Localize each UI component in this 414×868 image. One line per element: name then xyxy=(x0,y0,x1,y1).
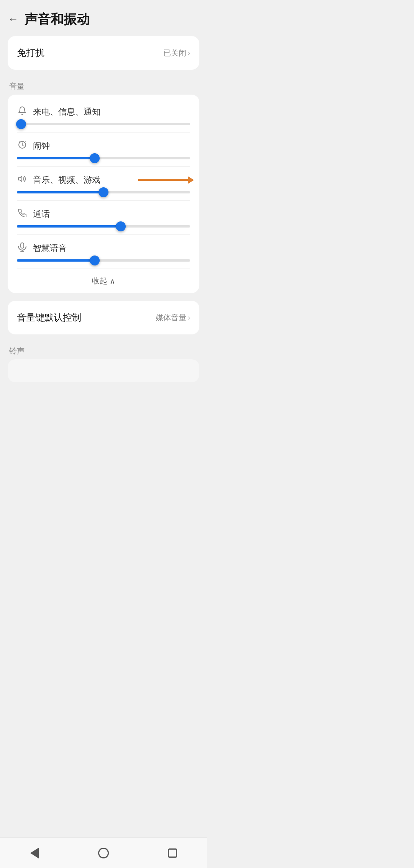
arrow-annotation xyxy=(138,176,194,184)
voice-slider[interactable] xyxy=(17,259,190,262)
volume-item-voice: 智慧语音 xyxy=(17,235,190,269)
volume-item-call: 通话 xyxy=(17,201,190,235)
dnd-card: 免打扰 已关闭 › xyxy=(8,36,199,70)
dnd-label: 免打扰 xyxy=(17,47,44,59)
call-slider[interactable] xyxy=(17,225,190,228)
volume-card: 来电、信息、通知 闹钟 xyxy=(8,95,199,293)
alarm-icon xyxy=(17,140,28,152)
voice-label: 智慧语音 xyxy=(33,242,67,254)
call-label: 通话 xyxy=(33,208,50,220)
media-slider[interactable] xyxy=(17,191,190,193)
dnd-row[interactable]: 免打扰 已关闭 › xyxy=(8,36,199,70)
vol-key-chevron-icon: › xyxy=(188,314,190,322)
mic-icon xyxy=(17,242,28,254)
media-label: 音乐、视频、游戏 xyxy=(33,174,100,186)
header: ← 声音和振动 xyxy=(0,0,207,36)
svg-rect-6 xyxy=(21,243,24,248)
dnd-value: 已关闭 › xyxy=(163,48,190,58)
volume-item-ringtone: 来电、信息、通知 xyxy=(17,98,190,133)
collapse-icon: ∧ xyxy=(110,277,115,286)
vol-key-row[interactable]: 音量键默认控制 媒体音量 › xyxy=(17,301,190,334)
vol-key-label: 音量键默认控制 xyxy=(17,311,81,324)
back-button[interactable]: ← xyxy=(8,14,18,25)
ringtone-section-label: 铃声 xyxy=(0,342,207,359)
page-title: 声音和振动 xyxy=(25,11,90,28)
ringtone-label: 来电、信息、通知 xyxy=(33,106,100,118)
phone-icon xyxy=(17,209,28,219)
chevron-right-icon: › xyxy=(188,49,190,57)
volume-section-label: 音量 xyxy=(0,77,207,95)
speaker-icon xyxy=(17,174,28,186)
svg-line-4 xyxy=(25,142,25,142)
ringtone-slider[interactable] xyxy=(17,123,190,125)
vol-key-value: 媒体音量 › xyxy=(156,313,190,323)
vol-key-card: 音量键默认控制 媒体音量 › xyxy=(8,301,199,334)
collapse-button[interactable]: 收起 ∧ xyxy=(17,269,190,293)
svg-marker-5 xyxy=(18,176,22,182)
collapse-label: 收起 xyxy=(92,276,107,286)
alarm-slider[interactable] xyxy=(17,157,190,159)
ringtone-card xyxy=(8,359,199,382)
svg-line-3 xyxy=(19,142,20,142)
volume-item-media: 音乐、视频、游戏 xyxy=(17,167,190,201)
bell-icon xyxy=(17,106,28,118)
alarm-label: 闹钟 xyxy=(33,140,50,152)
volume-item-alarm: 闹钟 xyxy=(17,133,190,167)
